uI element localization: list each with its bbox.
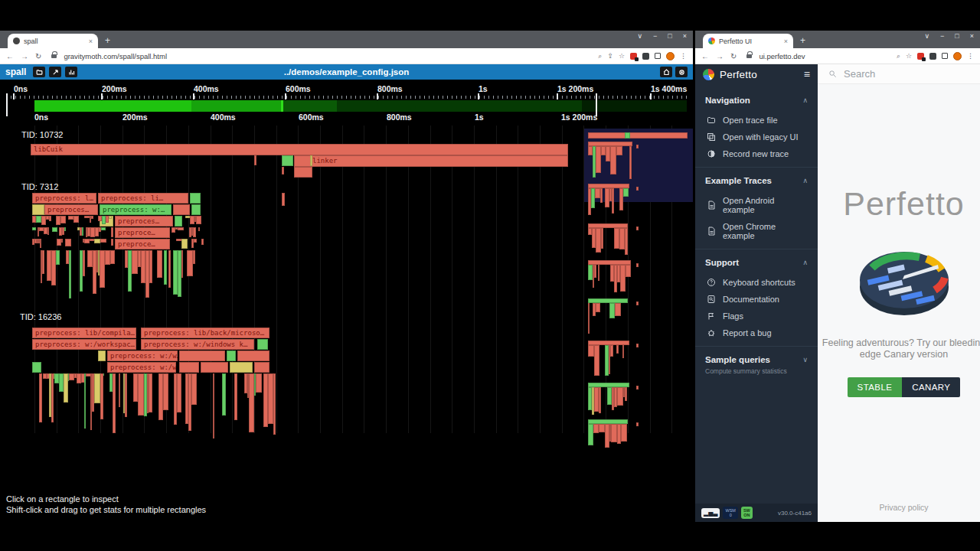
bookmark-star-icon[interactable]: ☆ [906,52,912,60]
privacy-policy-link[interactable]: Privacy policy [879,503,928,522]
tab-close-icon[interactable]: × [89,37,93,45]
bookmark-star-icon[interactable]: ☆ [619,52,625,60]
trace-span[interactable] [149,373,152,412]
trace-span[interactable] [609,303,615,318]
canary-button[interactable]: CANARY [902,377,960,397]
trace-span[interactable] [61,239,63,243]
trace-span[interactable]: preprocess: w:/windows k… [141,339,254,350]
tab-close-icon[interactable]: × [784,37,788,45]
trace-span[interactable] [187,250,193,276]
trace-span[interactable] [74,216,79,223]
trace-span[interactable] [100,373,103,419]
trace-span[interactable] [194,239,197,243]
trace-span[interactable]: preprocess: w:/w… [107,362,176,373]
metrics-badge[interactable]: ▂▅▃ [701,508,720,518]
trace-span[interactable] [64,373,68,403]
chevron-down-icon[interactable]: ∨ [802,356,808,364]
trace-span[interactable] [68,216,74,220]
share-icon[interactable]: ⇪ [607,52,613,60]
browser-tab-perfetto[interactable]: Perfetto UI × [703,34,793,48]
sidebar-item-keyboard-shortcuts[interactable]: Keyboard shortcuts [705,274,808,291]
trace-span[interactable] [598,265,599,281]
trace-span[interactable] [636,302,639,305]
trace-span[interactable] [173,204,190,215]
trace-span[interactable] [588,303,590,334]
trace-span[interactable] [132,250,138,274]
trace-span[interactable] [625,228,628,255]
trace-span[interactable] [201,362,228,373]
trace-span[interactable] [179,350,225,361]
window-menu-icon[interactable]: ∨ [924,32,929,40]
trace-span[interactable] [234,373,237,420]
trace-span[interactable] [179,362,199,373]
trace-span[interactable] [125,373,127,417]
trace-span[interactable] [39,373,42,422]
sidebar-item-open-with-legacy-ui[interactable]: Open with legacy UI [705,129,808,145]
trace-span[interactable]: preprocess: l… [32,193,96,204]
trace-span[interactable]: preprocess: w:/workspac… [32,339,136,350]
sidebar-item-documentation[interactable]: Documentation [705,291,808,308]
browser-tab-spall[interactable]: spall × [8,34,98,48]
trace-span[interactable] [596,146,601,173]
sidepanel-icon[interactable] [942,53,948,59]
zoom-icon[interactable]: ⌕ [897,52,900,60]
trace-span[interactable] [100,250,105,288]
trace-span[interactable] [56,250,60,265]
trace-span[interactable] [594,265,596,278]
trace-span[interactable] [599,387,601,413]
new-tab-button[interactable]: + [800,35,805,46]
trace-span[interactable] [257,339,268,350]
trace-span[interactable] [181,250,183,278]
trace-span[interactable] [83,250,85,276]
trace-span[interactable] [69,250,71,298]
kebab-menu-icon[interactable]: ⋮ [967,52,974,60]
trace-span[interactable] [617,387,623,406]
trace-span[interactable] [593,424,599,433]
trace-span[interactable] [138,373,144,416]
trace-span[interactable] [84,373,86,429]
select-tool-button[interactable] [49,67,61,77]
hamburger-menu-icon[interactable]: ≡ [804,68,810,80]
trace-span[interactable]: preprocess: w:/w… [107,350,178,361]
trace-span[interactable] [94,373,100,403]
trace-span[interactable] [175,216,182,227]
maximize-icon[interactable]: □ [955,32,959,40]
back-icon[interactable]: ← [701,52,709,60]
trace-span[interactable] [119,373,120,407]
trace-span[interactable] [84,216,90,218]
trace-span[interactable] [91,216,93,219]
trace-span[interactable]: preprocess: lib/back/microso… [141,328,270,338]
trace-span[interactable] [636,344,639,347]
record-button[interactable] [675,67,688,77]
trace-span[interactable] [256,373,262,393]
trace-span[interactable] [595,188,600,198]
trace-span[interactable] [69,373,74,380]
trace-span[interactable] [616,146,622,155]
trace-span[interactable]: libCuik [31,144,568,155]
forward-icon[interactable]: → [21,52,28,60]
trace-span[interactable] [111,227,113,237]
trace-span[interactable] [623,188,629,197]
sidepanel-icon[interactable] [655,53,661,59]
trace-span[interactable] [615,303,621,316]
open-file-button[interactable] [33,67,45,77]
reload-icon[interactable]: ↻ [35,52,41,60]
trace-span[interactable] [101,227,106,230]
trace-span[interactable] [52,227,57,232]
trace-span[interactable] [616,345,619,354]
trace-span[interactable] [94,239,100,243]
sidebar-item-report-a-bug[interactable]: Report a bug [705,324,808,341]
trace-span[interactable] [168,250,171,288]
trace-span[interactable] [230,362,253,373]
trace-span[interactable] [42,250,44,274]
trace-span[interactable] [294,167,312,178]
trace-span[interactable] [198,227,200,231]
trace-span[interactable] [599,424,605,432]
trace-span[interactable] [111,239,113,246]
trace-span[interactable] [282,193,285,206]
trace-span[interactable]: preprocess: w:… [100,204,172,215]
sidebar-item-flags[interactable]: Flags [705,308,808,324]
trace-span[interactable] [32,227,36,230]
trace-span[interactable] [594,345,599,376]
extensions-puzzle-icon[interactable] [929,53,936,60]
